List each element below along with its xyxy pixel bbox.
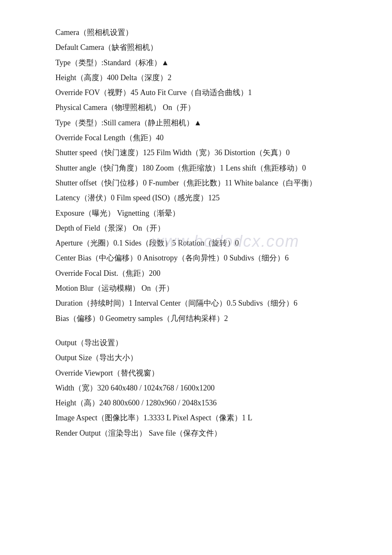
line-15: Aperture（光圈）0.1 Sides（段数）5 Rotation（旋转）0: [55, 236, 337, 250]
line-14: Depth of Field（景深） On（开）: [55, 221, 337, 235]
line-25: Height（高）240 800x600 / 1280x960 / 2048x1…: [55, 396, 337, 410]
line-11: Shutter offset（快门位移）0 F-number（焦距比数）11 W…: [55, 176, 337, 190]
line-19: Duration（持续时间）1 Interval Center（间隔中心）0.5…: [55, 296, 337, 310]
line-06: Physical Camera（物理照相机） On（开）: [55, 101, 337, 115]
line-17: Override Focal Dist.（焦距）200: [55, 266, 337, 280]
spacer-1: [55, 327, 337, 336]
line-24: Width（宽）320 640x480 / 1024x768 / 1600x12…: [55, 381, 337, 395]
line-21: Output（导出设置）: [55, 336, 337, 350]
line-01: Camera（照相机设置）: [55, 26, 337, 40]
line-16: Center Bias（中心偏移）0 Anisotropy（各向异性）0 Sub…: [55, 251, 337, 265]
line-13: Exposure（曝光） Vignetting（渐晕）: [55, 206, 337, 220]
line-27: Render Output（渲染导出） Save file（保存文件）: [55, 426, 337, 440]
line-07: Type（类型）:Still camera（静止照相机）▲: [55, 116, 337, 130]
main-content: Camera（照相机设置） Default Camera（缺省照相机） Type…: [55, 26, 337, 440]
line-26: Image Aspect（图像比率）1.3333 L Pixel Aspect（…: [55, 411, 337, 425]
line-10: Shutter angle（快门角度）180 Zoom（焦距缩放）1 Lens …: [55, 161, 337, 175]
line-22: Output Size（导出大小）: [55, 351, 337, 365]
line-02: Default Camera（缺省照相机）: [55, 40, 337, 55]
line-09: Shutter speed（快门速度）125 Film Width（宽）36 D…: [55, 146, 337, 160]
line-08: Override Focal Length（焦距）40: [55, 131, 337, 145]
line-20: Bias（偏移）0 Geometry samples（几何结构采样）2: [55, 312, 337, 326]
line-04: Height（高度）400 Delta（深度）2: [55, 71, 337, 85]
line-12: Latency（潜伏）0 Film speed (ISO)（感光度）125: [55, 191, 337, 205]
line-03: Type（类型）:Standard（标准）▲: [55, 56, 337, 70]
line-05: Override FOV（视野）45 Auto Fit Curve（自动适合曲线…: [55, 86, 337, 100]
line-23: Override Viewport（替代视窗）: [55, 366, 337, 380]
line-18: Motion Blur（运动模糊） On（开）: [55, 281, 337, 295]
